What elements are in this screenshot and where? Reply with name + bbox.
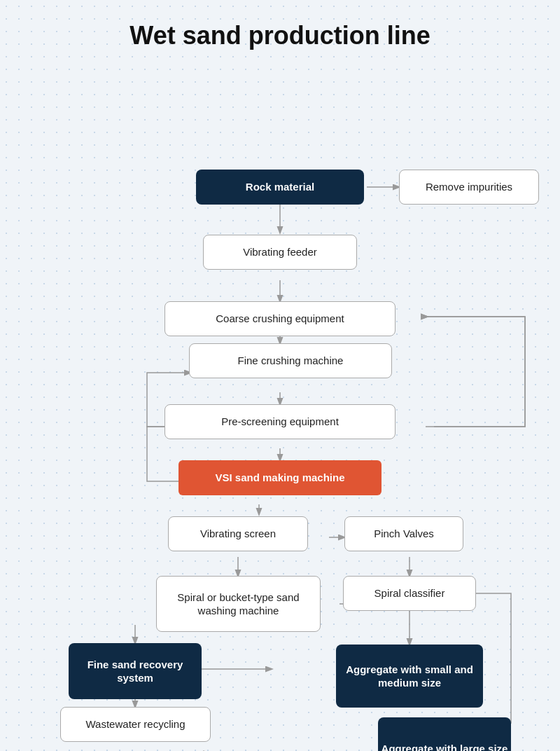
spiral-washing-node: Spiral or bucket-type sand washing machi… — [156, 576, 321, 632]
vibrating-feeder-node: Vibrating feeder — [203, 235, 357, 270]
page-title: Wet sand production line — [130, 21, 430, 50]
fine-crushing-node: Fine crushing machine — [189, 343, 392, 378]
vibrating-screen-node: Vibrating screen — [168, 516, 308, 551]
fine-sand-recovery-node: Fine sand recovery system — [69, 643, 202, 699]
spiral-classifier-node: Spiral classifier — [343, 576, 476, 611]
flow-diagram: Rock material Remove impurities Vibratin… — [21, 78, 539, 751]
aggregate-large-node: Aggregate with large size — [378, 717, 511, 751]
vsi-sand-node: VSI sand making machine — [178, 460, 382, 495]
rock-material-node: Rock material — [196, 170, 364, 205]
remove-impurities-node: Remove impurities — [399, 170, 539, 205]
coarse-crushing-node: Coarse crushing equipment — [164, 301, 396, 336]
aggregate-medium-node: Aggregate with small and medium size — [336, 645, 483, 708]
pre-screening-node: Pre-screening equipment — [164, 404, 396, 439]
pinch-valves-node: Pinch Valves — [344, 516, 463, 551]
wastewater-node: Wastewater recycling — [60, 707, 211, 742]
